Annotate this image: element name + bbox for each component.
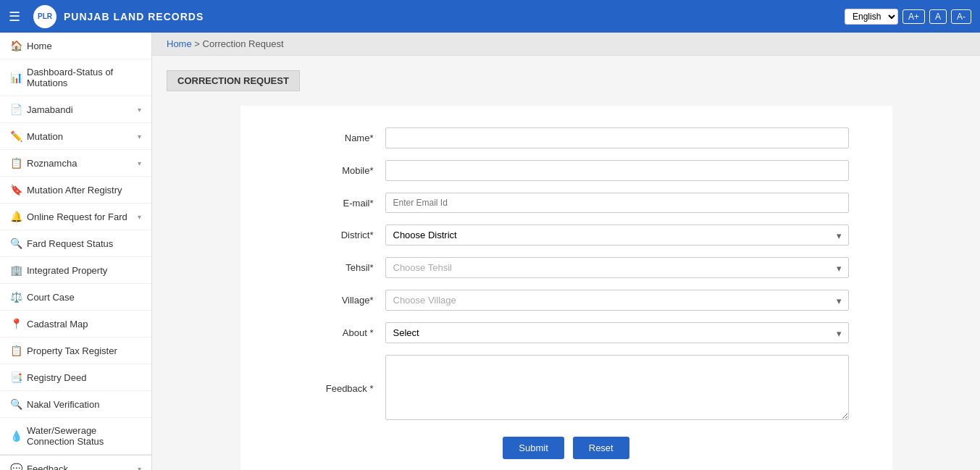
sidebar-item-mutation-after-registry[interactable]: 🔖 Mutation After Registry xyxy=(0,177,151,203)
font-increase-button[interactable]: A+ xyxy=(902,9,925,24)
tax-icon: 📋 xyxy=(10,345,22,356)
sidebar-label: Roznamcha xyxy=(27,158,138,169)
sidebar-item-registry-deed[interactable]: 📑 Registry Deed xyxy=(0,364,151,391)
water-icon: 💧 xyxy=(10,430,22,442)
village-row: Village* Choose Village xyxy=(284,290,849,311)
hamburger-icon[interactable]: ☰ xyxy=(9,9,20,25)
sidebar: 🏠 Home 📊 Dashboard-Status of Mutations 📄… xyxy=(0,33,152,470)
sidebar-label: Nakal Verification xyxy=(27,399,141,410)
mobile-field xyxy=(385,160,849,181)
sidebar-item-water-sewerage[interactable]: 💧 Water/Sewerage Connection Status xyxy=(0,418,151,455)
sidebar-label: Court Case xyxy=(27,292,141,303)
sidebar-label: Mutation xyxy=(27,131,138,142)
submit-button[interactable]: Submit xyxy=(503,437,564,459)
language-select[interactable]: English ਪੰਜਾਬੀ xyxy=(845,9,898,25)
sidebar-label: Property Tax Register xyxy=(27,345,141,356)
district-field: Choose District xyxy=(385,224,849,246)
name-label: Name* xyxy=(284,133,385,143)
chevron-down-icon: ▾ xyxy=(138,213,141,221)
village-label: Village* xyxy=(284,295,385,306)
sidebar-item-jamabandi[interactable]: 📄 Jamabandi ▾ xyxy=(0,96,151,123)
sidebar-item-integrated-property[interactable]: 🏢 Integrated Property xyxy=(0,257,151,284)
button-row: Submit Reset xyxy=(284,437,849,459)
name-row: Name* xyxy=(284,127,849,148)
mobile-label: Mobile* xyxy=(284,165,385,176)
email-input[interactable] xyxy=(385,193,849,213)
sidebar-item-dashboard[interactable]: 📊 Dashboard-Status of Mutations xyxy=(0,59,151,96)
deed-icon: 📑 xyxy=(10,372,22,383)
chevron-down-icon: ▾ xyxy=(138,133,141,140)
chevron-down-icon: ▾ xyxy=(138,106,141,114)
sidebar-label: Mutation After Registry xyxy=(27,185,141,196)
sidebar-label: Online Request for Fard xyxy=(27,211,138,222)
sidebar-item-court-case[interactable]: ⚖️ Court Case xyxy=(0,284,151,311)
sidebar-item-nakal-verification[interactable]: 🔍 Nakal Verification xyxy=(0,391,151,418)
breadcrumb-home[interactable]: Home xyxy=(167,38,192,49)
home-icon: 🏠 xyxy=(10,40,22,51)
sidebar-label: Water/Sewerage Connection Status xyxy=(27,425,141,447)
sidebar-label: Cadastral Map xyxy=(27,319,141,330)
tehsil-select[interactable]: Choose Tehsil xyxy=(385,257,849,278)
district-label: District* xyxy=(284,230,385,240)
roznamcha-icon: 📋 xyxy=(10,157,22,169)
breadcrumb-separator: > xyxy=(194,38,202,49)
district-select-wrapper: Choose District xyxy=(385,224,849,246)
village-select[interactable]: Choose Village xyxy=(385,290,849,311)
doc-icon: 📄 xyxy=(10,104,22,115)
sidebar-item-feedback[interactable]: 💬 Feedback ▾ xyxy=(0,455,151,470)
chevron-down-icon: ▾ xyxy=(138,465,141,471)
mutation-icon: ✏️ xyxy=(10,130,22,142)
email-label: E-mail* xyxy=(284,198,385,209)
feedback-textarea[interactable] xyxy=(385,355,849,420)
verify-icon: 🔍 xyxy=(10,398,22,410)
tehsil-row: Tehsil* Choose Tehsil xyxy=(284,257,849,278)
header: ☰ PLR PUNJAB LAND RECORDS English ਪੰਜਾਬੀ… xyxy=(0,0,980,33)
layout: 🏠 Home 📊 Dashboard-Status of Mutations 📄… xyxy=(0,33,980,470)
about-field: Select xyxy=(385,322,849,343)
email-field-container xyxy=(385,193,849,213)
correction-request-form: Name* Mobile* E-mail* xyxy=(240,106,892,470)
sidebar-item-property-tax-register[interactable]: 📋 Property Tax Register xyxy=(0,337,151,364)
sidebar-item-home[interactable]: 🏠 Home xyxy=(0,33,151,59)
site-title: PUNJAB LAND RECORDS xyxy=(64,11,204,22)
chevron-down-icon: ▾ xyxy=(138,159,141,167)
district-row: District* Choose District xyxy=(284,224,849,246)
sidebar-item-mutation[interactable]: ✏️ Mutation ▾ xyxy=(0,123,151,150)
mobile-input[interactable] xyxy=(385,160,849,181)
logo: PLR xyxy=(33,5,56,28)
dashboard-icon: 📊 xyxy=(10,72,22,83)
registry-icon: 🔖 xyxy=(10,184,22,196)
district-select[interactable]: Choose District xyxy=(385,224,849,246)
sidebar-item-roznamcha[interactable]: 📋 Roznamcha ▾ xyxy=(0,150,151,177)
tehsil-select-wrapper: Choose Tehsil xyxy=(385,257,849,278)
section-title: CORRECTION REQUEST xyxy=(167,70,300,91)
sidebar-label: Integrated Property xyxy=(27,265,141,276)
font-decrease-button[interactable]: A- xyxy=(951,9,971,24)
feedback-field xyxy=(385,355,849,422)
main-content: Home > Correction Request CORRECTION REQ… xyxy=(152,33,980,470)
feedback-label: Feedback * xyxy=(284,383,385,394)
sidebar-item-fard-request-status[interactable]: 🔍 Fard Request Status xyxy=(0,230,151,257)
reset-button[interactable]: Reset xyxy=(573,437,629,459)
font-normal-button[interactable]: A xyxy=(929,9,947,24)
request-icon: 🔔 xyxy=(10,211,22,222)
mobile-row: Mobile* xyxy=(284,160,849,181)
feedback-row: Feedback * xyxy=(284,355,849,422)
village-field: Choose Village xyxy=(385,290,849,311)
about-row: About * Select xyxy=(284,322,849,343)
about-label: About * xyxy=(284,327,385,338)
breadcrumb-current: Correction Request xyxy=(203,38,284,49)
breadcrumb: Home > Correction Request xyxy=(152,33,980,56)
name-input[interactable] xyxy=(385,127,849,148)
sidebar-item-cadastral-map[interactable]: 📍 Cadastral Map xyxy=(0,311,151,337)
name-field xyxy=(385,127,849,148)
sidebar-item-online-request-fard[interactable]: 🔔 Online Request for Fard ▾ xyxy=(0,203,151,230)
property-icon: 🏢 xyxy=(10,264,22,276)
status-icon: 🔍 xyxy=(10,238,22,249)
sidebar-label: Home xyxy=(27,41,141,51)
tehsil-label: Tehsil* xyxy=(284,262,385,273)
about-select[interactable]: Select xyxy=(385,322,849,343)
feedback-icon: 💬 xyxy=(10,463,22,470)
tehsil-field: Choose Tehsil xyxy=(385,257,849,278)
sidebar-label: Dashboard-Status of Mutations xyxy=(27,67,141,88)
